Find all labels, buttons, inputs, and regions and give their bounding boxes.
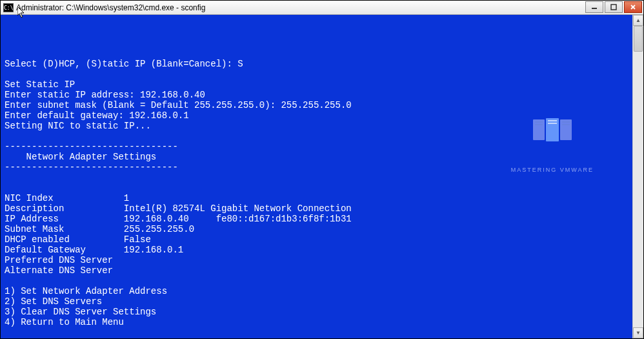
terminal-output[interactable]: MASTERING VMWARE Select (D)HCP, (S)tatic… — [1, 15, 632, 338]
terminal-line — [5, 172, 629, 183]
terminal-line: Select (D)HCP, (S)tatic IP (Blank=Cancel… — [5, 59, 629, 69]
scroll-down-button[interactable]: ▼ — [633, 327, 643, 338]
svg-rect-1 — [611, 5, 616, 10]
minimize-button[interactable] — [585, 1, 603, 13]
terminal-line: Enter default gateway: 192.168.0.1 — [5, 110, 629, 121]
terminal-line: NIC Index 1 — [5, 193, 629, 203]
terminal-line: Default Gateway 192.168.0.1 — [5, 245, 629, 255]
terminal-line: 1) Set Network Adapter Address — [5, 286, 629, 296]
terminal-line: Alternate DNS Server — [5, 265, 629, 276]
terminal-line: IP Address 192.168.0.40 fe80::d167:d1b3:… — [5, 214, 629, 224]
mouse-cursor-icon — [17, 6, 28, 19]
terminal-line: -------------------------------- — [5, 162, 629, 172]
terminal-line: Enter static IP address: 192.168.0.40 — [5, 90, 629, 100]
terminal-line — [5, 327, 629, 338]
scroll-track[interactable] — [633, 26, 643, 327]
terminal-line: Enter subnet mask (Blank = Default 255.2… — [5, 100, 629, 110]
terminal-line: Preferred DNS Server — [5, 255, 629, 265]
terminal-line — [5, 183, 629, 193]
window-title: Administrator: C:\Windows\system32\cmd.e… — [16, 3, 205, 12]
terminal-line: Description Intel(R) 82574L Gigabit Netw… — [5, 203, 629, 214]
terminal-line — [5, 338, 629, 338]
terminal-line — [5, 131, 629, 141]
terminal-line — [5, 276, 629, 286]
scroll-thumb[interactable] — [634, 26, 643, 52]
terminal-line — [5, 69, 629, 79]
app-icon: C:\ — [3, 3, 14, 12]
vertical-scrollbar[interactable]: ▲ ▼ — [632, 15, 643, 338]
terminal-line: DHCP enabled False — [5, 234, 629, 245]
maximize-button[interactable] — [605, 1, 623, 13]
scroll-up-button[interactable]: ▲ — [633, 15, 643, 26]
svg-marker-4 — [17, 6, 24, 17]
close-button[interactable] — [624, 1, 642, 13]
terminal-line: Subnet Mask 255.255.255.0 — [5, 224, 629, 234]
terminal-line: -------------------------------- — [5, 141, 629, 152]
terminal-line: Network Adapter Settings — [5, 152, 629, 162]
terminal-line: 4) Return to Main Menu — [5, 317, 629, 327]
terminal-line: 3) Clear DNS Server Settings — [5, 307, 629, 317]
terminal-line: Setting NIC to static IP... — [5, 121, 629, 131]
window-titlebar: C:\ Administrator: C:\Windows\system32\c… — [1, 1, 643, 15]
terminal-line — [5, 48, 629, 59]
terminal-line: 2) Set DNS Servers — [5, 296, 629, 307]
terminal-line: Set Static IP — [5, 79, 629, 90]
